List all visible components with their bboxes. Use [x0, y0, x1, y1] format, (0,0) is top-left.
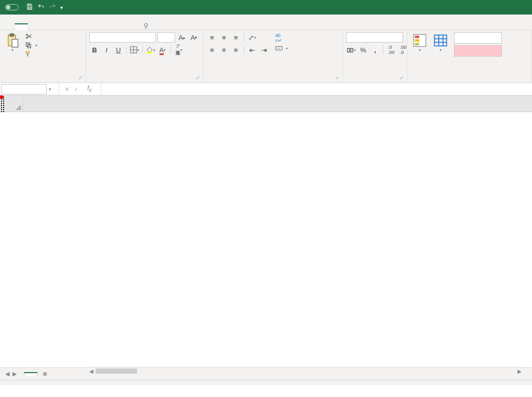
format-as-table-button[interactable]	[431, 32, 450, 53]
clipboard-launcher[interactable]: ⤢	[78, 75, 83, 80]
ribbon: ⤢ A▴ A▾ B I U A ア亜 ⤢	[0, 30, 532, 83]
wrap-text-button[interactable]: abc↵	[274, 32, 289, 44]
font-name-select[interactable]	[89, 32, 156, 43]
lightbulb-icon	[142, 22, 150, 30]
worksheet-grid[interactable]: ◀▶ ⊕ ◀ ▶	[0, 95, 532, 385]
svg-rect-11	[147, 52, 153, 53]
copy-button[interactable]	[24, 41, 38, 49]
italic-button[interactable]: I	[101, 45, 112, 55]
autosave-switch[interactable]	[5, 4, 19, 10]
fx-icon[interactable]: fx	[83, 85, 96, 93]
tab-view[interactable]	[110, 24, 123, 30]
table-format-icon	[433, 33, 448, 48]
currency-icon	[347, 46, 354, 53]
table-row	[1, 101, 4, 102]
status-bar	[0, 380, 532, 385]
font-launcher[interactable]: ⤢	[196, 75, 200, 80]
group-font: A▴ A▾ B I U A ア亜 ⤢	[86, 30, 204, 83]
style-standard[interactable]	[454, 32, 502, 44]
brush-icon	[25, 50, 32, 58]
sheet-tab-bar: ◀▶ ⊕ ◀ ▶	[0, 367, 532, 380]
tab-touch[interactable]	[29, 24, 42, 30]
add-sheet-icon[interactable]: ⊕	[37, 371, 52, 377]
table-row	[1, 111, 4, 112]
format-painter-button[interactable]	[24, 50, 38, 58]
tab-formulas[interactable]	[70, 24, 82, 30]
qat-customize-icon[interactable]: ▾	[60, 5, 63, 10]
decrease-font-icon[interactable]: A▾	[189, 32, 199, 43]
scroll-left-icon[interactable]: ◀	[88, 368, 95, 374]
font-color-button[interactable]: A	[157, 45, 168, 55]
svg-rect-4	[10, 34, 14, 36]
underline-button[interactable]: U	[113, 45, 124, 55]
group-clipboard: ⤢	[0, 30, 86, 83]
quick-access-toolbar: ▾	[26, 3, 63, 12]
conditional-format-button[interactable]	[410, 32, 429, 53]
align-bottom-icon[interactable]: ≡	[231, 32, 241, 43]
tab-pagelayout[interactable]	[56, 24, 69, 30]
ribbon-tabs	[0, 15, 532, 30]
data-table[interactable]	[0, 95, 5, 113]
paste-button[interactable]	[3, 32, 22, 53]
name-box[interactable]	[1, 84, 47, 94]
sheet-tab[interactable]	[24, 372, 37, 376]
tab-home[interactable]	[15, 23, 28, 30]
bold-button[interactable]: B	[89, 45, 100, 55]
tab-insert[interactable]	[43, 24, 55, 30]
table-row	[1, 109, 4, 110]
svg-rect-5	[12, 39, 18, 47]
group-alignment: ≡ ≡ ≡ ⤢ ≡ ≡ ≡ ⇤ ⇥ abc↵ ⤢	[204, 30, 343, 83]
orientation-icon[interactable]: ⤢	[247, 32, 257, 43]
tab-data[interactable]	[83, 24, 96, 30]
merge-center-button[interactable]	[274, 44, 289, 52]
cut-button[interactable]	[24, 32, 38, 40]
accounting-format-icon[interactable]	[346, 45, 356, 55]
tab-help[interactable]	[124, 24, 136, 30]
fill-color-button[interactable]	[145, 45, 156, 55]
group-number: % , .0.00 .00.0 ⤢	[343, 30, 407, 83]
table-row	[1, 105, 4, 106]
font-size-select[interactable]	[157, 32, 175, 43]
align-right-icon[interactable]: ≡	[231, 45, 241, 55]
tab-review[interactable]	[97, 24, 109, 30]
align-left-icon[interactable]: ≡	[207, 45, 217, 55]
svg-point-7	[26, 37, 27, 38]
enter-formula-icon[interactable]: ✓	[74, 86, 79, 93]
header-temp[interactable]	[3, 97, 4, 98]
phonetic-button[interactable]: ア亜	[174, 45, 184, 55]
scrollbar-thumb[interactable]	[96, 368, 137, 374]
alignment-launcher[interactable]: ⤢	[335, 75, 339, 80]
increase-indent-icon[interactable]: ⇥	[259, 45, 269, 55]
svg-point-14	[349, 49, 351, 51]
comma-icon[interactable]: ,	[370, 45, 380, 55]
redo-icon[interactable]	[49, 3, 56, 12]
tab-file[interactable]	[1, 24, 14, 30]
border-button[interactable]	[129, 45, 140, 55]
undo-icon[interactable]	[37, 3, 45, 12]
svg-rect-16	[415, 36, 419, 38]
align-top-icon[interactable]: ≡	[207, 32, 217, 43]
percent-icon[interactable]: %	[358, 45, 368, 55]
tell-me-search[interactable]	[137, 22, 153, 30]
sheet-next-icon[interactable]: ▶	[12, 371, 17, 377]
namebox-dropdown-icon[interactable]: ▾	[47, 87, 54, 92]
header-place[interactable]	[1, 97, 2, 98]
align-center-icon[interactable]: ≡	[219, 45, 229, 55]
formula-bar-row: ▾ ✕ ✓ fx	[0, 83, 532, 95]
autosave-toggle[interactable]	[3, 4, 21, 10]
save-icon[interactable]	[26, 3, 33, 12]
decrease-decimal-icon[interactable]: .00.0	[398, 45, 408, 55]
horizontal-scrollbar[interactable]: ◀ ▶	[88, 367, 523, 374]
table-row	[1, 99, 4, 100]
svg-rect-17	[415, 39, 419, 42]
number-launcher[interactable]: ⤢	[400, 75, 404, 80]
increase-decimal-icon[interactable]: .0.00	[386, 45, 396, 55]
scroll-right-icon[interactable]: ▶	[516, 368, 523, 374]
style-bad[interactable]	[454, 45, 502, 57]
increase-font-icon[interactable]: A▴	[177, 32, 187, 43]
sheet-prev-icon[interactable]: ◀	[5, 371, 9, 377]
align-middle-icon[interactable]: ≡	[219, 32, 229, 43]
cancel-formula-icon[interactable]: ✕	[64, 86, 70, 93]
number-format-select[interactable]	[346, 32, 403, 43]
decrease-indent-icon[interactable]: ⇤	[247, 45, 257, 55]
